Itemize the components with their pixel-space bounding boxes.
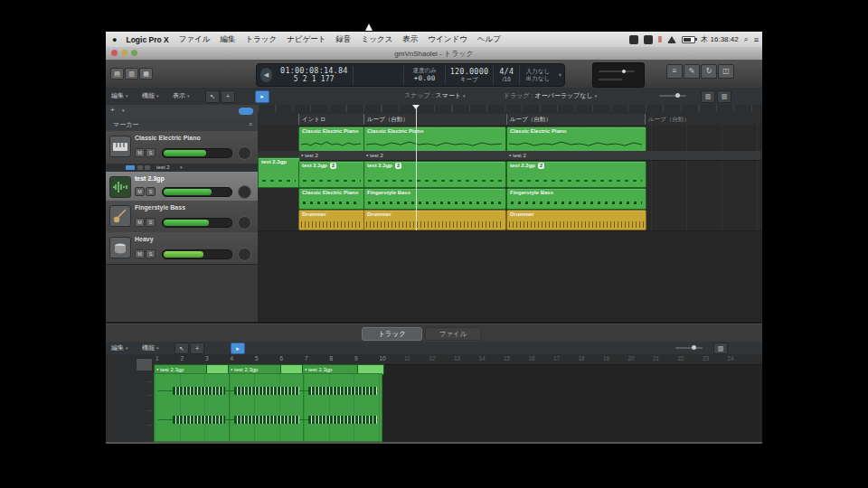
drag-menu[interactable]: ドラッグ : オーバーラップなし ▾ [504,91,597,100]
menu-mix[interactable]: ミックス [362,34,393,45]
marker-intro[interactable]: イントロ [298,114,364,125]
apple-menu-icon[interactable]: ● [112,35,117,44]
go-to-beginning-button[interactable]: ◀ [260,68,272,82]
lcd-tempo-mode[interactable]: キープ [460,76,478,83]
bar-ruler[interactable]: イントロ ループ（自動） ループ（自動） ループ（自動） [258,105,762,126]
arrange-canvas[interactable]: イントロ ループ（自動） ループ（自動） ループ（自動） Classic Ele… [258,105,762,322]
arrange-view-menu[interactable]: 表示▾ [173,91,190,100]
menu-track[interactable]: トラック [245,34,277,45]
tab-tracks[interactable]: トラック [362,327,422,341]
left-click-tool-menu[interactable]: ↖ [205,90,220,103]
lcd-position-section[interactable]: 01:00:08:14.84 5 2 1 177 [276,66,353,84]
browsers-button[interactable]: ◫ [718,64,734,79]
screen-recording-indicator-icon[interactable]: ‖ [658,35,662,44]
region-drummer-2[interactable]: Drummer [363,210,506,230]
lcd-io-section[interactable]: 入力なし 出力なし [520,66,555,84]
region-drummer-3[interactable]: Drummer [506,210,646,230]
battery-icon[interactable] [682,36,695,43]
lcd-division[interactable]: /16 [503,76,511,83]
master-volume-knob[interactable] [622,70,626,73]
mute-button[interactable]: M [135,148,145,157]
mute-button[interactable]: M [135,187,145,196]
lcd-midi-input[interactable]: 入力なし [526,68,550,75]
spotlight-icon[interactable]: ⌕ [744,34,749,44]
volume-slider[interactable] [162,148,232,158]
wifi-icon[interactable] [667,36,676,43]
pan-knob[interactable] [238,248,251,261]
arrange-functions-menu[interactable]: 機能▾ [142,91,159,100]
track-filter-icon[interactable]: ▾ [122,108,125,113]
take-folder-lane[interactable]: ● test 2 ● test 2 ● test 2 [298,151,760,161]
solo-button[interactable]: S [146,187,156,196]
region-piano-1[interactable]: Classic Electric Piano [298,127,365,152]
mute-button[interactable]: M [135,218,145,227]
command-click-tool-menu[interactable]: + [221,90,235,103]
track-header-test2-audio[interactable]: test 2.3gp M S [106,172,258,202]
region-audio-3[interactable]: test 2.3gp2 [506,161,646,188]
library-toggle-button[interactable]: ▥ [125,68,138,80]
solo-button[interactable]: S [146,218,156,227]
marker-list-icon[interactable]: ≡ [249,117,252,131]
notification-center-icon[interactable]: ≡ [754,35,759,44]
menu-window[interactable]: ウインドウ [428,34,467,45]
editor-zoom-slider[interactable] [675,347,703,349]
horizontal-zoom-slider[interactable] [659,95,686,97]
mute-button[interactable]: M [135,249,145,258]
menu-record[interactable]: 録音 [336,34,352,45]
add-track-button[interactable]: + [110,106,115,114]
global-marker-lane-header[interactable]: マーカー ≡ [106,117,258,132]
menu-edit[interactable]: 編集 [220,34,235,45]
region-audio-2[interactable]: test 2.3gp2 [363,161,506,188]
marker-loop-2[interactable]: ループ（自動） [506,114,646,125]
editor-track-icon-box[interactable] [136,358,153,371]
status-app-icon[interactable] [629,35,638,44]
menu-file[interactable]: ファイル [179,34,211,45]
vertical-zoom-button[interactable]: ▥ [701,90,715,103]
tab-files[interactable]: ファイル [425,327,481,341]
region-drummer-1[interactable]: Drummer [298,210,365,230]
track-header-classic-electric-piano[interactable]: Classic Electric Piano M S [106,131,258,164]
window-bottom-edge[interactable] [106,442,762,444]
catch-playhead-button[interactable]: ▸ [255,90,269,103]
waveform-zoom-button[interactable]: ▥ [717,90,731,103]
editor-vzoom-button[interactable]: ▥ [713,343,728,354]
track-header-heavy-drummer[interactable]: Heavy M S [106,232,258,265]
lcd-varispeed-section[interactable]: 速度のみ +0.00 [404,66,445,84]
lcd-time-signature[interactable]: 4/4 [499,67,514,76]
apple-loops-button[interactable]: ↻ [701,64,717,79]
lcd-tempo-section[interactable]: 120.0000 キープ [446,66,495,84]
editor-edit-menu[interactable]: 編集▾ [111,343,128,352]
track-name[interactable]: Heavy [135,236,154,242]
menu-navigate[interactable]: ナビゲート [287,34,326,45]
track-header-blue-toggle[interactable] [239,108,253,115]
track-name[interactable]: test 2.3gp [135,175,165,182]
lcd-display[interactable]: ◀ 01:00:08:14.84 5 2 1 177 速度のみ +0.00 12… [256,63,565,87]
menu-bar-clock[interactable]: 木 16:38:42 [701,34,738,44]
lcd-varispeed-value[interactable]: +0.00 [414,74,436,83]
lcd-varispeed-mode[interactable]: 速度のみ [412,67,436,74]
solo-button[interactable]: S [146,148,156,157]
lcd-bar-position[interactable]: 5 2 1 177 [294,75,335,84]
lcd-midi-output[interactable]: 出力なし [526,75,550,82]
master-volume[interactable] [592,62,645,88]
solo-button[interactable]: S [146,249,156,258]
inspector-toggle-button[interactable]: ▦ [139,68,153,80]
region-piano-copy[interactable]: Classic Electric Piano [298,188,365,210]
master-volume-slider[interactable] [599,70,635,72]
status-app-icon-2[interactable] [644,35,653,44]
lcd-signature-section[interactable]: 4/4 /16 [494,66,520,84]
lcd-flag-icon[interactable]: ▾ [559,71,561,79]
region-piano-3[interactable]: Classic Electric Piano [506,127,646,152]
editor-functions-menu[interactable]: 機能▾ [142,343,159,352]
menu-help[interactable]: ヘルプ [477,34,501,45]
track-header-fingerstyle-bass[interactable]: Fingerstyle Bass M S [106,201,258,233]
take-active-chip[interactable] [126,165,135,170]
marker-loop-1[interactable]: ループ（自動） [363,114,505,125]
lcd-smpte-time[interactable]: 01:00:08:14.84 [280,66,347,75]
region-piano-2[interactable]: Classic Electric Piano [363,127,506,152]
track-name[interactable]: Fingerstyle Bass [135,204,185,211]
volume-slider[interactable] [162,187,232,197]
lcd-tempo-value[interactable]: 120.0000 [450,67,489,76]
pan-knob[interactable] [238,146,251,160]
region-audio-partial[interactable]: test 2.3gp [258,157,300,188]
